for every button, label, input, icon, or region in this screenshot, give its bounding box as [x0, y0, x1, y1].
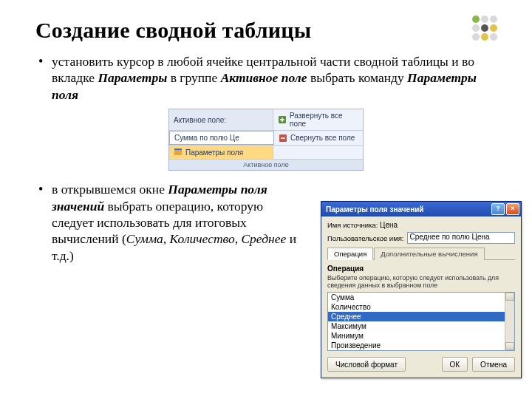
example-sum: Сумма	[126, 231, 163, 246]
term-parameters: Параметры	[98, 70, 167, 85]
bullet-2: в открывшемся окне Параметры поля значен…	[35, 181, 301, 264]
dialog-title: Параметры поля значений	[326, 205, 423, 214]
bullet-1: установить курсор в любой ячейке централ…	[35, 53, 502, 103]
text: Развернуть все поле	[290, 112, 358, 128]
text: выбрать команду	[307, 70, 408, 85]
ribbon-expand-button[interactable]: Развернуть все поле	[273, 109, 363, 130]
help-button[interactable]: ?	[491, 203, 505, 215]
number-format-button[interactable]: Числовой формат	[327, 357, 406, 372]
svg-point-3	[472, 24, 480, 32]
term-active-field: Активное поле	[221, 70, 307, 85]
operation-option[interactable]: Произведение	[328, 341, 514, 350]
svg-point-8	[490, 33, 497, 41]
expand-icon	[278, 115, 287, 124]
custom-name-label: Пользовательское имя:	[327, 234, 404, 242]
operation-group-label: Операция	[327, 265, 515, 273]
text: Свернуть все поле	[290, 134, 355, 142]
svg-point-5	[490, 24, 497, 32]
tab-additional[interactable]: Дополнительные вычисления	[374, 248, 484, 260]
source-name-value: Цена	[380, 221, 398, 229]
ribbon-empty	[273, 146, 363, 159]
text: ,	[163, 231, 170, 246]
svg-point-1	[481, 16, 488, 23]
operation-option[interactable]: Сумма	[328, 293, 514, 302]
ribbon-active-field-label: Активное поле:	[169, 109, 273, 130]
operation-help-text: Выберите операцию, которую следует испол…	[327, 274, 515, 289]
text: Сумма по полю Це	[174, 134, 239, 142]
listbox-scrollbar[interactable]	[505, 293, 514, 350]
svg-point-4	[481, 24, 488, 32]
ribbon-snippet: Активное поле: Развернуть все поле Сумма…	[168, 109, 364, 171]
custom-name-input[interactable]: Среднее по полю Цена	[407, 232, 516, 244]
slide-logo	[470, 13, 514, 58]
example-avg: Среднее	[241, 231, 286, 246]
close-button[interactable]: ×	[506, 203, 519, 215]
svg-point-2	[490, 16, 497, 23]
collapse-icon	[279, 134, 287, 143]
source-name-label: Имя источника:	[327, 221, 378, 229]
ribbon-field-name-input[interactable]: Сумма по полю Це	[169, 131, 274, 145]
slide-title: Создание сводной таблицы	[35, 18, 502, 43]
operation-listbox[interactable]: СуммаКоличествоСреднееМаксимумМинимумПро…	[327, 292, 515, 351]
operation-option[interactable]: Минимум	[328, 331, 514, 341]
svg-rect-11	[174, 150, 182, 155]
operation-option[interactable]: Количество	[328, 302, 514, 312]
text: в открывшемся окне	[52, 182, 168, 197]
text: в группе	[167, 70, 220, 85]
operation-option[interactable]: Максимум	[328, 321, 514, 331]
value-field-settings-dialog: Параметры поля значений ? × Имя источник…	[321, 201, 522, 378]
ribbon-collapse-button[interactable]: Свернуть все поле	[274, 131, 363, 145]
text: Активное поле:	[174, 116, 226, 124]
example-count: Количество	[170, 231, 235, 246]
field-settings-icon	[174, 148, 183, 157]
svg-point-0	[472, 16, 480, 23]
dialog-titlebar[interactable]: Параметры поля значений ? ×	[321, 202, 521, 216]
ribbon-field-settings-button[interactable]: Параметры поля	[169, 146, 273, 159]
svg-point-6	[472, 33, 480, 41]
tab-operation[interactable]: Операция	[327, 248, 373, 260]
svg-rect-12	[174, 149, 182, 150]
ok-button[interactable]: ОК	[442, 357, 468, 372]
operation-option[interactable]: Среднее	[328, 312, 514, 321]
ribbon-group-label: Активное поле	[169, 160, 363, 170]
text: Параметры поля	[185, 149, 243, 157]
svg-point-7	[481, 33, 488, 41]
cancel-button[interactable]: Отмена	[472, 357, 515, 372]
dialog-tabs: Операция Дополнительные вычисления	[327, 247, 515, 260]
